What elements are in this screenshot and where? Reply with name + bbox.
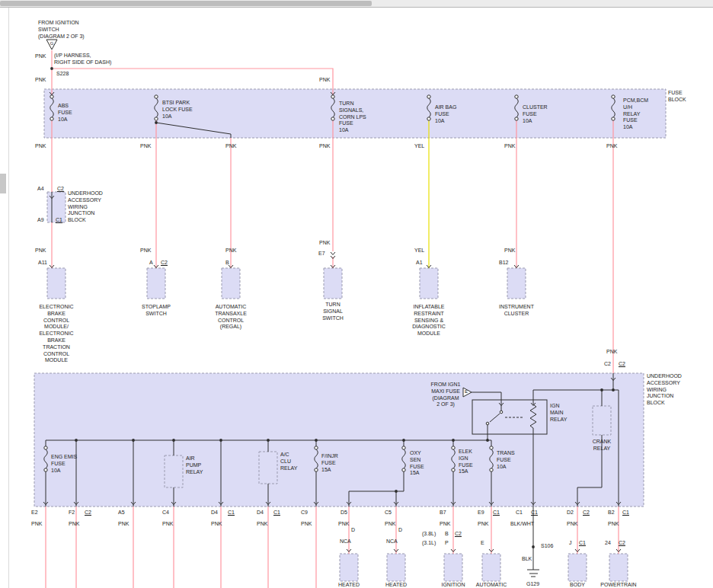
fuse-block bbox=[44, 89, 666, 138]
fuse-terminal bbox=[44, 446, 47, 449]
junction-dot bbox=[267, 439, 270, 442]
air-pump-relay-box bbox=[165, 455, 183, 487]
fuse-terminal bbox=[155, 95, 158, 98]
relay-contact bbox=[486, 422, 489, 425]
wiring-diagram-viewer: FROM IGNITION SWITCH (DIAGRAM 2 OF 3)GPN… bbox=[0, 0, 713, 588]
wiring-diagram-canvas bbox=[0, 0, 713, 588]
component-box-turn-signal-switch bbox=[324, 268, 342, 299]
fuse-terminal bbox=[612, 117, 615, 120]
junction-dot bbox=[132, 439, 135, 442]
horizontal-scrollbar[interactable] bbox=[0, 0, 713, 8]
component-box-instrument-cluster bbox=[507, 268, 526, 299]
component-box-sdm bbox=[420, 268, 438, 299]
fuse-terminal bbox=[515, 117, 518, 120]
junction-dot bbox=[452, 439, 455, 442]
junction-dot bbox=[155, 121, 158, 124]
fuse-terminal bbox=[427, 95, 430, 98]
fuse-terminal bbox=[402, 468, 405, 471]
fuse-terminal bbox=[50, 95, 53, 98]
junction-dot bbox=[75, 439, 78, 442]
component-box-stoplamp-switch bbox=[147, 268, 165, 299]
fuse-terminal bbox=[490, 446, 493, 449]
page-edge-divider bbox=[8, 8, 9, 588]
junction-dot bbox=[486, 439, 489, 442]
component-box-ignition bbox=[444, 554, 462, 581]
crank-relay-box bbox=[593, 406, 611, 435]
junction-dot bbox=[172, 439, 175, 442]
horizontal-scrollbar-thumb[interactable] bbox=[0, 1, 372, 6]
junction-dot bbox=[402, 439, 405, 442]
junction-dot bbox=[395, 490, 398, 493]
triangle-g-icon bbox=[46, 40, 57, 50]
relay-contact bbox=[500, 411, 503, 414]
junction-dot bbox=[315, 439, 318, 442]
junction-dot bbox=[219, 439, 222, 442]
component-box-atc bbox=[222, 268, 240, 299]
fuse-terminal bbox=[452, 446, 455, 449]
fuse-terminal bbox=[315, 468, 318, 471]
fuse-terminal bbox=[44, 468, 47, 471]
junction-dot bbox=[50, 67, 53, 70]
component-box-heated-o2-1 bbox=[340, 554, 358, 581]
component-box-ebcm bbox=[47, 268, 66, 299]
fuse-terminal bbox=[515, 95, 518, 98]
vertical-scrollbar-fragment[interactable] bbox=[0, 174, 6, 193]
fuse-terminal bbox=[427, 117, 430, 120]
junction-dot bbox=[600, 388, 603, 391]
fuse-terminal bbox=[490, 468, 493, 471]
junction-dot bbox=[532, 545, 535, 548]
fuse-terminal bbox=[331, 117, 334, 120]
ac-clu-relay-box bbox=[259, 452, 277, 484]
junction-dot bbox=[612, 388, 615, 391]
component-box-body bbox=[568, 554, 587, 581]
component-box-heated-o2-2 bbox=[387, 554, 405, 581]
connector-arrow-icon bbox=[331, 252, 335, 255]
fuse-terminal bbox=[402, 446, 405, 449]
fuse-terminal bbox=[612, 95, 615, 98]
component-box-powertrain bbox=[609, 554, 628, 581]
fuse-terminal bbox=[315, 446, 318, 449]
fuse-terminal bbox=[50, 117, 53, 120]
fuse-terminal bbox=[331, 95, 334, 98]
fuse-terminal bbox=[155, 117, 158, 120]
fuse-terminal bbox=[452, 468, 455, 471]
component-box-automatic bbox=[482, 554, 500, 581]
